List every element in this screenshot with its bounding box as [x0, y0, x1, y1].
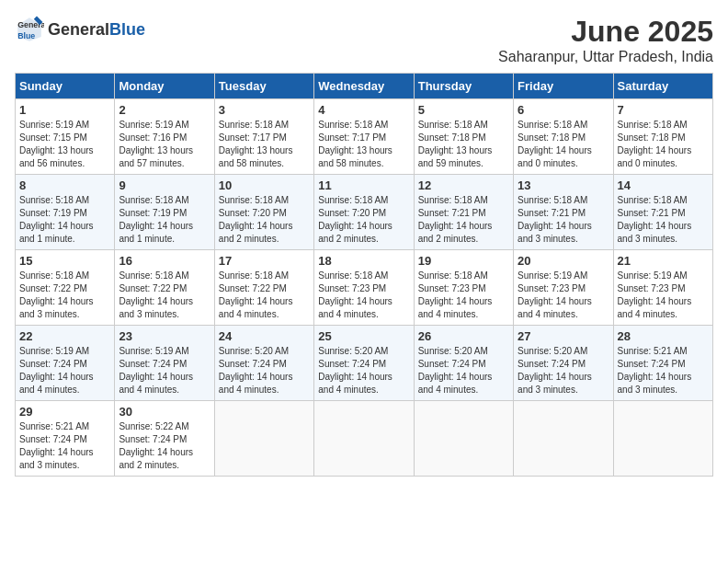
- day-info: Sunrise: 5:18 AM Sunset: 7:17 PM Dayligh…: [219, 119, 310, 170]
- calendar-header-cell: Wednesday: [314, 74, 414, 99]
- day-info: Sunrise: 5:19 AM Sunset: 7:15 PM Dayligh…: [19, 119, 110, 170]
- day-number: 5: [418, 103, 509, 117]
- calendar-day-cell: 25Sunrise: 5:20 AM Sunset: 7:24 PM Dayli…: [314, 326, 414, 401]
- day-number: 4: [318, 103, 409, 117]
- calendar-header-row: SundayMondayTuesdayWednesdayThursdayFrid…: [16, 74, 713, 99]
- day-info: Sunrise: 5:18 AM Sunset: 7:18 PM Dayligh…: [418, 119, 509, 170]
- calendar-day-cell: 11Sunrise: 5:18 AM Sunset: 7:20 PM Dayli…: [314, 175, 414, 250]
- calendar-week-row: 1Sunrise: 5:19 AM Sunset: 7:15 PM Daylig…: [16, 99, 713, 175]
- page-title: June 2025: [498, 15, 713, 49]
- calendar-day-cell: 3Sunrise: 5:18 AM Sunset: 7:17 PM Daylig…: [214, 99, 313, 175]
- svg-text:Blue: Blue: [17, 31, 35, 40]
- day-number: 3: [219, 103, 310, 117]
- calendar-day-cell: 27Sunrise: 5:20 AM Sunset: 7:24 PM Dayli…: [514, 326, 613, 401]
- calendar-day-cell: 15Sunrise: 5:18 AM Sunset: 7:22 PM Dayli…: [16, 250, 115, 326]
- day-info: Sunrise: 5:19 AM Sunset: 7:24 PM Dayligh…: [119, 345, 210, 396]
- day-info: Sunrise: 5:19 AM Sunset: 7:23 PM Dayligh…: [618, 270, 709, 321]
- day-info: Sunrise: 5:18 AM Sunset: 7:23 PM Dayligh…: [318, 270, 409, 321]
- calendar-week-row: 8Sunrise: 5:18 AM Sunset: 7:19 PM Daylig…: [16, 175, 713, 250]
- day-number: 18: [318, 254, 409, 268]
- calendar-day-cell: 10Sunrise: 5:18 AM Sunset: 7:20 PM Dayli…: [214, 175, 313, 250]
- calendar-day-cell: 14Sunrise: 5:18 AM Sunset: 7:21 PM Dayli…: [613, 175, 712, 250]
- day-info: Sunrise: 5:19 AM Sunset: 7:16 PM Dayligh…: [119, 119, 210, 170]
- calendar-body: 1Sunrise: 5:19 AM Sunset: 7:15 PM Daylig…: [16, 99, 713, 477]
- day-number: 26: [418, 329, 509, 343]
- day-info: Sunrise: 5:20 AM Sunset: 7:24 PM Dayligh…: [318, 345, 409, 396]
- calendar-header-cell: Friday: [514, 74, 613, 99]
- calendar-day-cell: 6Sunrise: 5:18 AM Sunset: 7:18 PM Daylig…: [514, 99, 613, 175]
- calendar-day-cell: 28Sunrise: 5:21 AM Sunset: 7:24 PM Dayli…: [613, 326, 712, 401]
- day-number: 23: [119, 329, 210, 343]
- day-info: Sunrise: 5:18 AM Sunset: 7:19 PM Dayligh…: [119, 194, 210, 246]
- day-info: Sunrise: 5:21 AM Sunset: 7:24 PM Dayligh…: [19, 420, 110, 472]
- day-info: Sunrise: 5:20 AM Sunset: 7:24 PM Dayligh…: [219, 345, 310, 396]
- day-info: Sunrise: 5:19 AM Sunset: 7:23 PM Dayligh…: [518, 270, 609, 321]
- day-number: 29: [19, 405, 110, 419]
- calendar-day-cell: 18Sunrise: 5:18 AM Sunset: 7:23 PM Dayli…: [314, 250, 414, 326]
- day-number: 11: [318, 178, 409, 192]
- day-number: 22: [19, 329, 110, 343]
- day-number: 25: [318, 329, 409, 343]
- day-number: 28: [618, 329, 709, 343]
- calendar-day-cell: 23Sunrise: 5:19 AM Sunset: 7:24 PM Dayli…: [115, 326, 214, 401]
- calendar-day-cell: [314, 401, 414, 477]
- logo-icon: General Blue: [15, 15, 44, 44]
- logo-general: General: [48, 20, 109, 40]
- calendar-day-cell: 26Sunrise: 5:20 AM Sunset: 7:24 PM Dayli…: [414, 326, 513, 401]
- day-info: Sunrise: 5:18 AM Sunset: 7:20 PM Dayligh…: [318, 194, 409, 246]
- day-info: Sunrise: 5:18 AM Sunset: 7:18 PM Dayligh…: [518, 119, 609, 170]
- day-info: Sunrise: 5:18 AM Sunset: 7:21 PM Dayligh…: [418, 194, 509, 246]
- day-number: 6: [518, 103, 609, 117]
- calendar-day-cell: 16Sunrise: 5:18 AM Sunset: 7:22 PM Dayli…: [115, 250, 214, 326]
- day-info: Sunrise: 5:18 AM Sunset: 7:17 PM Dayligh…: [318, 119, 409, 170]
- day-info: Sunrise: 5:19 AM Sunset: 7:24 PM Dayligh…: [19, 345, 110, 396]
- calendar-day-cell: 9Sunrise: 5:18 AM Sunset: 7:19 PM Daylig…: [115, 175, 214, 250]
- calendar-header-cell: Monday: [115, 74, 214, 99]
- calendar-day-cell: 2Sunrise: 5:19 AM Sunset: 7:16 PM Daylig…: [115, 99, 214, 175]
- page-subtitle: Saharanpur, Uttar Pradesh, India: [498, 49, 713, 65]
- day-number: 14: [618, 178, 709, 192]
- day-info: Sunrise: 5:18 AM Sunset: 7:20 PM Dayligh…: [219, 194, 310, 246]
- day-number: 30: [119, 405, 210, 419]
- logo-blue: Blue: [109, 20, 145, 40]
- calendar-day-cell: [414, 401, 513, 477]
- day-number: 2: [119, 103, 210, 117]
- logo: General Blue General Blue: [15, 15, 145, 44]
- day-info: Sunrise: 5:18 AM Sunset: 7:18 PM Dayligh…: [618, 119, 709, 170]
- day-info: Sunrise: 5:18 AM Sunset: 7:21 PM Dayligh…: [518, 194, 609, 246]
- calendar-day-cell: 5Sunrise: 5:18 AM Sunset: 7:18 PM Daylig…: [414, 99, 513, 175]
- calendar-day-cell: 13Sunrise: 5:18 AM Sunset: 7:21 PM Dayli…: [514, 175, 613, 250]
- calendar-week-row: 29Sunrise: 5:21 AM Sunset: 7:24 PM Dayli…: [16, 401, 713, 477]
- day-info: Sunrise: 5:18 AM Sunset: 7:22 PM Dayligh…: [119, 270, 210, 321]
- calendar-header-cell: Saturday: [613, 74, 712, 99]
- day-number: 17: [219, 254, 310, 268]
- day-info: Sunrise: 5:18 AM Sunset: 7:22 PM Dayligh…: [19, 270, 110, 321]
- day-info: Sunrise: 5:21 AM Sunset: 7:24 PM Dayligh…: [618, 345, 709, 396]
- day-number: 16: [119, 254, 210, 268]
- calendar-table: SundayMondayTuesdayWednesdayThursdayFrid…: [15, 73, 713, 477]
- calendar-week-row: 22Sunrise: 5:19 AM Sunset: 7:24 PM Dayli…: [16, 326, 713, 401]
- calendar-week-row: 15Sunrise: 5:18 AM Sunset: 7:22 PM Dayli…: [16, 250, 713, 326]
- day-number: 12: [418, 178, 509, 192]
- day-info: Sunrise: 5:20 AM Sunset: 7:24 PM Dayligh…: [518, 345, 609, 396]
- calendar-day-cell: 17Sunrise: 5:18 AM Sunset: 7:22 PM Dayli…: [214, 250, 313, 326]
- day-number: 7: [618, 103, 709, 117]
- header: General Blue General Blue June 2025 Saha…: [15, 15, 713, 65]
- calendar-day-cell: 12Sunrise: 5:18 AM Sunset: 7:21 PM Dayli…: [414, 175, 513, 250]
- calendar-day-cell: 20Sunrise: 5:19 AM Sunset: 7:23 PM Dayli…: [514, 250, 613, 326]
- calendar-day-cell: 22Sunrise: 5:19 AM Sunset: 7:24 PM Dayli…: [16, 326, 115, 401]
- calendar-header-cell: Sunday: [16, 74, 115, 99]
- calendar-day-cell: 30Sunrise: 5:22 AM Sunset: 7:24 PM Dayli…: [115, 401, 214, 477]
- calendar-day-cell: 4Sunrise: 5:18 AM Sunset: 7:17 PM Daylig…: [314, 99, 414, 175]
- day-number: 9: [119, 178, 210, 192]
- calendar-day-cell: [514, 401, 613, 477]
- calendar-day-cell: 1Sunrise: 5:19 AM Sunset: 7:15 PM Daylig…: [16, 99, 115, 175]
- day-number: 1: [19, 103, 110, 117]
- day-number: 27: [518, 329, 609, 343]
- day-number: 20: [518, 254, 609, 268]
- day-number: 15: [19, 254, 110, 268]
- calendar-header-cell: Tuesday: [214, 74, 313, 99]
- day-info: Sunrise: 5:18 AM Sunset: 7:22 PM Dayligh…: [219, 270, 310, 321]
- day-number: 21: [618, 254, 709, 268]
- calendar-day-cell: [613, 401, 712, 477]
